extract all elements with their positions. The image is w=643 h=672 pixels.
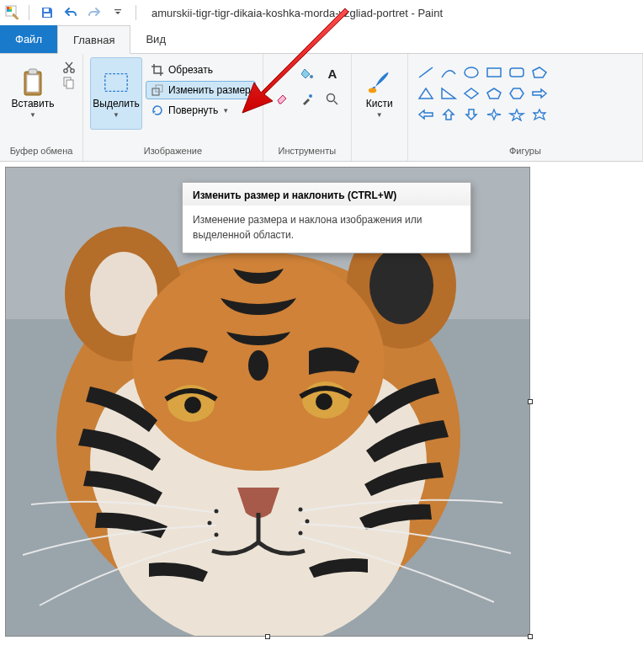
clipboard-icon <box>19 69 46 96</box>
tooltip: Изменить размер и наклонить (CTRL+W) Изм… <box>182 182 471 253</box>
shape-star6[interactable] <box>529 104 550 125</box>
svg-rect-7 <box>114 9 121 10</box>
shape-line[interactable] <box>415 62 437 83</box>
svg-point-20 <box>309 94 312 98</box>
zoom-tool[interactable] <box>321 88 344 111</box>
redo-button[interactable] <box>85 3 104 22</box>
tooltip-title: Изменить размер и наклонить (CTRL+W) <box>183 183 470 205</box>
eraser-tool[interactable] <box>270 88 294 111</box>
svg-point-18 <box>310 75 313 78</box>
shape-roundrect[interactable] <box>506 62 528 83</box>
svg-point-45 <box>299 508 303 512</box>
group-shapes: Фигуры <box>408 54 643 161</box>
shape-arrow-right[interactable] <box>529 83 550 104</box>
group-clipboard: Вставить ▼ Буфер обмена <box>0 54 83 161</box>
undo-button[interactable] <box>61 3 80 22</box>
paste-button[interactable]: Вставить ▼ <box>7 57 59 130</box>
svg-point-38 <box>184 397 201 413</box>
tools-group-label: Инструменты <box>270 144 344 159</box>
shape-arrow-left[interactable] <box>415 104 437 125</box>
paste-label: Вставить <box>12 98 55 109</box>
resize-icon <box>151 83 164 97</box>
group-brushes: Кисти ▼ <box>352 54 408 161</box>
svg-rect-15 <box>105 73 127 91</box>
svg-rect-4 <box>9 9 12 12</box>
shape-star4[interactable] <box>483 104 505 125</box>
brushes-button[interactable]: Кисти ▼ <box>359 57 401 130</box>
chevron-down-icon: ▼ <box>29 111 36 119</box>
svg-rect-25 <box>510 68 523 77</box>
svg-rect-3 <box>7 9 9 12</box>
shape-triangle[interactable] <box>415 83 437 104</box>
svg-rect-24 <box>487 68 501 77</box>
svg-rect-2 <box>9 7 12 9</box>
qat-customize-button[interactable] <box>109 3 127 22</box>
copy-icon[interactable] <box>62 76 76 89</box>
tooltip-body: Изменение размера и наклона изображения … <box>183 205 470 253</box>
text-tool[interactable]: A <box>321 62 344 86</box>
chevron-down-icon: ▼ <box>113 111 120 119</box>
resize-handle-bottom[interactable] <box>265 634 270 639</box>
resize-button[interactable]: Изменить размер <box>146 81 256 99</box>
svg-rect-6 <box>44 13 50 17</box>
svg-point-23 <box>465 67 478 77</box>
svg-point-11 <box>64 69 67 72</box>
shape-curve[interactable] <box>438 62 460 83</box>
shape-arrow-up[interactable] <box>438 104 460 125</box>
tab-file[interactable]: Файл <box>0 25 57 53</box>
svg-point-46 <box>306 520 310 524</box>
rotate-button[interactable]: Повернуть ▼ <box>146 101 256 120</box>
shape-arrow-down[interactable] <box>460 104 482 125</box>
rotate-label: Повернуть <box>168 104 218 116</box>
resize-handle-right[interactable] <box>528 399 533 404</box>
svg-point-43 <box>208 521 212 525</box>
shape-oval[interactable] <box>460 62 482 83</box>
svg-point-12 <box>71 69 74 72</box>
shape-diamond[interactable] <box>460 83 482 104</box>
paint-app-icon <box>5 5 20 20</box>
svg-rect-1 <box>7 7 9 9</box>
shape-pentagon[interactable] <box>483 83 505 104</box>
brushes-label: Кисти <box>366 98 393 109</box>
rotate-icon <box>151 104 164 117</box>
save-button[interactable] <box>38 3 56 22</box>
tab-home[interactable]: Главная <box>57 25 130 54</box>
svg-text:A: A <box>327 67 337 81</box>
ribbon: Вставить ▼ Буфер обмена Выделить ▼ <box>0 54 643 162</box>
group-image: Выделить ▼ Обрезать Изменить размер <box>83 54 263 161</box>
ribbon-tabs: Файл Главная Вид <box>0 25 643 54</box>
svg-rect-5 <box>44 8 49 12</box>
svg-point-22 <box>369 88 376 93</box>
shape-star5[interactable] <box>506 104 528 125</box>
shape-polygon[interactable] <box>529 62 550 83</box>
svg-point-41 <box>248 350 268 381</box>
svg-rect-9 <box>27 75 39 92</box>
svg-point-21 <box>327 94 334 102</box>
clipboard-group-label: Буфер обмена <box>7 144 76 159</box>
svg-rect-14 <box>66 80 73 88</box>
group-tools: A Инструменты <box>263 54 352 161</box>
svg-point-40 <box>316 393 332 410</box>
svg-point-47 <box>299 531 303 536</box>
shape-rect[interactable] <box>483 62 505 83</box>
cut-icon[interactable] <box>62 61 76 74</box>
shapes-group-label: Фигуры <box>415 144 635 159</box>
tab-view[interactable]: Вид <box>130 25 181 53</box>
window-title: amurskii-tigr-tigr-dikaia-koshka-morda-v… <box>151 7 443 19</box>
shape-hexagon[interactable] <box>506 83 528 104</box>
crop-button[interactable]: Обрезать <box>146 61 256 79</box>
select-label: Выделить <box>93 98 139 109</box>
svg-point-32 <box>369 247 433 324</box>
shape-right-triangle[interactable] <box>438 83 460 104</box>
picker-tool[interactable] <box>295 88 319 111</box>
select-button[interactable]: Выделить ▼ <box>90 57 142 130</box>
shapes-gallery[interactable] <box>415 57 550 125</box>
crop-icon <box>151 63 164 77</box>
title-bar: amurskii-tigr-tigr-dikaia-koshka-morda-v… <box>0 0 643 25</box>
fill-tool[interactable] <box>295 62 319 86</box>
pencil-tool[interactable] <box>270 62 294 86</box>
image-group-label: Изображение <box>90 144 256 159</box>
resize-handle-corner[interactable] <box>528 634 533 639</box>
brush-icon <box>366 69 393 96</box>
svg-point-42 <box>215 509 219 514</box>
